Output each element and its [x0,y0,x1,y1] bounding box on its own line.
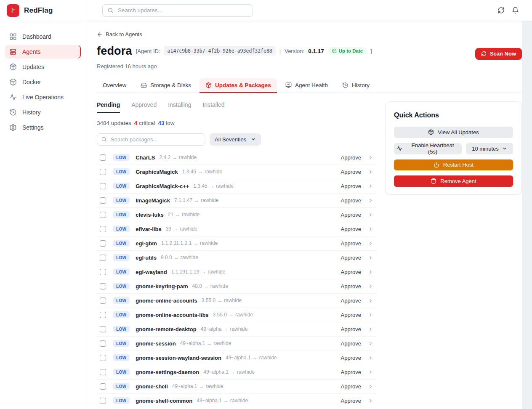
trash-icon [431,178,436,184]
approve-button[interactable]: Approve [341,283,361,289]
approve-button[interactable]: Approve [341,212,361,218]
tab-history[interactable]: History [336,78,375,93]
back-to-agents-link[interactable]: Back to Agents [97,21,142,37]
package-checkbox[interactable] [100,312,106,318]
subtab-approved[interactable]: Approved [131,101,157,113]
severity-filter[interactable]: All Severities [210,133,261,146]
package-list: LOW CharLS 2.4.2→rawhide Approve [97,151,377,409]
package-version: 1.3.45→rawhide [193,183,233,189]
approve-button[interactable]: Approve [341,269,361,275]
chevron-right-icon[interactable] [368,241,373,246]
chevron-right-icon[interactable] [368,369,373,375]
subtab-installing[interactable]: Installing [168,101,191,113]
package-row: LOW egl-utils 9.0.0→rawhide Approve [97,251,377,265]
remove-agent-button[interactable]: Remove Agent [394,175,513,187]
chevron-right-icon[interactable] [368,398,373,404]
approve-button[interactable]: Approve [341,197,361,204]
package-checkbox[interactable] [100,154,106,161]
approve-button[interactable]: Approve [341,240,361,247]
sidebar-item-docker[interactable]: Docker [5,75,81,89]
chevron-right-icon[interactable] [368,341,373,346]
approve-button[interactable]: Approve [341,312,361,318]
approve-button[interactable]: Approve [341,369,361,375]
monitor-pulse-icon [285,82,292,88]
package-checkbox[interactable] [100,226,106,232]
sidebar-item-history[interactable]: History [5,106,81,119]
package-checkbox[interactable] [100,255,106,261]
subtab-installed[interactable]: Installed [202,101,224,113]
package-checkbox[interactable] [100,355,106,361]
package-checkbox[interactable] [100,169,106,175]
chevron-right-icon[interactable] [368,212,373,218]
tab-agent-health[interactable]: Agent Health [279,78,334,93]
sidebar-item-agents[interactable]: Agents [5,45,81,58]
package-row: LOW CharLS 2.4.2→rawhide Approve [97,151,377,165]
restart-host-button[interactable]: Restart Host [394,159,513,170]
package-checkbox[interactable] [100,212,106,218]
heartbeat-interval-select[interactable]: 10 minutes [466,143,513,154]
chevron-right-icon[interactable] [368,269,373,275]
chevron-right-icon[interactable] [368,298,373,303]
package-checkbox[interactable] [100,197,106,204]
chevron-right-icon[interactable] [368,255,373,260]
severity-badge: LOW [113,311,130,318]
chevron-right-icon[interactable] [368,226,373,232]
approve-button[interactable]: Approve [341,183,361,189]
chevron-right-icon[interactable] [368,169,373,175]
package-checkbox[interactable] [100,183,106,189]
package-checkbox[interactable] [100,326,106,332]
bell-icon[interactable] [512,7,519,14]
package-checkbox[interactable] [100,383,106,390]
approve-button[interactable]: Approve [341,355,361,361]
package-checkbox[interactable] [100,269,106,275]
approve-button[interactable]: Approve [341,398,361,404]
package-checkbox[interactable] [100,398,106,404]
scan-now-button[interactable]: Scan Now [475,48,522,60]
version-value: 0.1.17 [308,48,324,54]
subtab-pending[interactable]: Pending [97,101,120,113]
approve-button[interactable]: Approve [341,326,361,332]
approve-button[interactable]: Approve [341,297,361,304]
package-checkbox[interactable] [100,340,106,347]
sidebar-item-dashboard[interactable]: Dashboard [5,30,81,43]
package-search-input[interactable] [110,136,201,143]
approve-button[interactable]: Approve [341,340,361,347]
package-checkbox[interactable] [100,283,106,289]
package-search[interactable] [97,133,205,146]
tab-storage-disks[interactable]: Storage & Disks [135,78,197,93]
package-row: LOW gnome-remote-desktop 49~alpha→rawhid… [97,322,377,337]
approve-button[interactable]: Approve [341,383,361,390]
chevron-right-icon[interactable] [368,284,373,289]
enable-heartbeat-button[interactable]: Enable Heartbeat (5s) [394,143,462,154]
refresh-icon[interactable] [497,7,505,14]
arrow-right-glyph: → [229,312,234,318]
sidebar-item-live-operations[interactable]: Live Operations [5,90,81,104]
severity-badge: LOW [113,369,130,375]
package-version: 49~alpha.1→rawhide [197,398,248,404]
sidebar-item-updates[interactable]: Updates [5,60,81,74]
approve-button[interactable]: Approve [341,255,361,261]
package-checkbox[interactable] [100,297,106,304]
package-checkbox[interactable] [100,369,106,375]
tab-overview[interactable]: Overview [97,78,132,93]
dashboard-grid-icon [9,33,17,40]
approve-button[interactable]: Approve [341,154,361,161]
chevron-right-icon[interactable] [368,384,373,389]
chevron-right-icon[interactable] [368,183,373,189]
search-input[interactable] [117,7,248,14]
box-icon [9,78,17,86]
approve-button[interactable]: Approve [341,226,361,232]
arrow-right-glyph: → [217,297,222,303]
sidebar-item-settings[interactable]: Settings [5,121,81,134]
approve-button[interactable]: Approve [341,169,361,175]
view-all-updates-button[interactable]: View All Updates [394,127,513,138]
chevron-right-icon[interactable] [368,312,373,318]
tab-updates-packages[interactable]: Updates & Packages [200,78,277,93]
package-checkbox[interactable] [100,240,106,247]
global-search[interactable] [102,4,253,17]
chevron-right-icon[interactable] [368,198,373,203]
package-name: GraphicsMagick [136,169,178,175]
chevron-right-icon[interactable] [368,155,373,160]
chevron-right-icon[interactable] [368,355,373,361]
chevron-right-icon[interactable] [368,327,373,332]
